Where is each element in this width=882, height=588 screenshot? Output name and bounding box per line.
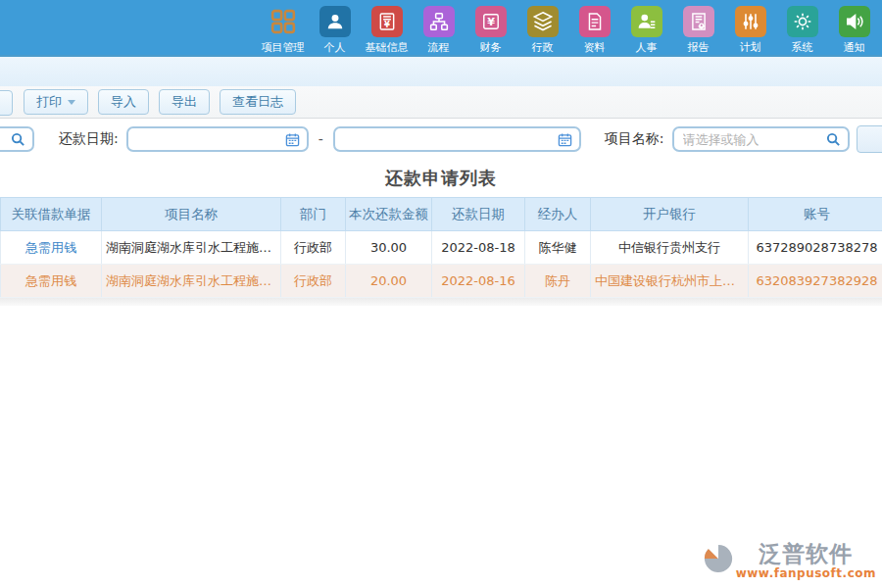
nav-item-finance[interactable]: ¥ 财务 bbox=[465, 6, 516, 55]
watermark-url: www.fanpusoft.com bbox=[736, 566, 876, 580]
sliders-icon bbox=[735, 6, 766, 37]
title-row: 还款申请列表 bbox=[0, 160, 882, 197]
project-name-input[interactable] bbox=[672, 126, 850, 152]
repay-date-cell: 2022-08-18 bbox=[432, 231, 525, 265]
nav-label: 报告 bbox=[688, 40, 710, 55]
nav-item-reports[interactable]: 报告 bbox=[672, 6, 724, 55]
partial-left-search-input[interactable] bbox=[0, 126, 34, 152]
nav-label: 项目管理 bbox=[262, 40, 305, 55]
loan-doc-link[interactable]: 急需用钱 bbox=[1, 231, 102, 265]
person-icon bbox=[319, 6, 351, 37]
department-cell: 行政部 bbox=[281, 265, 346, 298]
nav-label: 个人 bbox=[324, 40, 346, 55]
repay-date-cell: 2022-08-16 bbox=[432, 265, 525, 298]
filter-bar: 还款日期: - 项目名称: bbox=[0, 119, 882, 160]
nav-item-basic-info[interactable]: ¥ 基础信息 bbox=[361, 6, 413, 55]
report-icon bbox=[683, 6, 714, 37]
bank-cell: 中国建设银行杭州市上城... bbox=[591, 265, 749, 298]
date-range-separator: - bbox=[318, 131, 323, 147]
partial-right-button[interactable] bbox=[857, 125, 882, 153]
gear-icon bbox=[787, 6, 818, 37]
column-header[interactable]: 关联借款单据 bbox=[1, 198, 102, 231]
date-from-field[interactable] bbox=[135, 131, 285, 148]
date-from-input[interactable] bbox=[126, 126, 309, 152]
repayment-table: 关联借款单据 项目名称 部门 本次还款金额 还款日期 经办人 开户银行 账号 急… bbox=[0, 197, 882, 298]
import-button-label: 导入 bbox=[111, 93, 136, 111]
repay-date-label: 还款日期: bbox=[59, 130, 119, 148]
nav-label: 人事 bbox=[636, 40, 658, 55]
watermark-brand: 泛普软件 bbox=[759, 542, 853, 565]
nav-item-notifications[interactable]: 通知 bbox=[828, 6, 880, 55]
column-header[interactable]: 开户银行 bbox=[591, 198, 749, 231]
toolbar: 原 打印 导入 导出 查看日志 bbox=[0, 86, 882, 119]
nav-label: 通知 bbox=[844, 40, 865, 55]
column-header[interactable]: 经办人 bbox=[525, 198, 591, 231]
table-bottom-shadow bbox=[0, 298, 882, 306]
flowchart-icon bbox=[423, 6, 455, 37]
export-button[interactable]: 导出 bbox=[159, 89, 210, 115]
column-header[interactable]: 本次还款金额 bbox=[346, 198, 432, 231]
handler-cell: 陈丹 bbox=[525, 265, 591, 298]
table-row[interactable]: 急需用钱 湖南洞庭湖水库引水工程施工I标 行政部 30.00 2022-08-1… bbox=[1, 231, 882, 265]
layers-icon bbox=[527, 6, 559, 37]
date-to-field[interactable] bbox=[342, 131, 558, 148]
nav-item-personal[interactable]: 个人 bbox=[309, 6, 361, 55]
file-icon bbox=[579, 6, 611, 37]
nav-label: 财务 bbox=[480, 40, 502, 55]
table-header-row: 关联借款单据 项目名称 部门 本次还款金额 还款日期 经办人 开户银行 账号 bbox=[1, 198, 882, 231]
search-icon[interactable] bbox=[11, 132, 25, 147]
print-button-label: 打印 bbox=[36, 93, 62, 111]
amount-cell: 30.00 bbox=[346, 231, 432, 265]
document-yen-icon: ¥ bbox=[371, 6, 403, 37]
column-header[interactable]: 账号 bbox=[749, 198, 882, 231]
page-title: 还款申请列表 bbox=[385, 167, 497, 190]
person-list-icon bbox=[631, 6, 662, 37]
calendar-icon[interactable] bbox=[558, 132, 572, 147]
nav-label: 流程 bbox=[428, 40, 450, 55]
vendor-watermark: 泛普软件 www.fanpusoft.com bbox=[703, 542, 876, 580]
sub-header-strip bbox=[0, 55, 882, 86]
column-header[interactable]: 还款日期 bbox=[432, 198, 525, 231]
amount-cell: 20.00 bbox=[346, 265, 432, 298]
svg-text:¥: ¥ bbox=[487, 16, 495, 28]
top-nav: 项目管理 个人 ¥ 基础信息 流程 bbox=[0, 0, 882, 55]
nav-label: 资料 bbox=[584, 40, 606, 55]
handler-cell: 陈华健 bbox=[525, 231, 591, 265]
partial-search-field[interactable] bbox=[0, 131, 11, 148]
nav-item-administration[interactable]: 行政 bbox=[516, 6, 568, 55]
project-name-cell: 湖南洞庭湖水库引水工程施工I标 bbox=[102, 231, 281, 265]
chevron-down-icon bbox=[68, 100, 75, 105]
yen-box-icon: ¥ bbox=[475, 6, 507, 37]
export-button-label: 导出 bbox=[172, 93, 197, 111]
fanpu-logo-icon bbox=[703, 542, 734, 575]
grid-icon bbox=[268, 6, 299, 37]
nav-item-project-management[interactable]: 项目管理 bbox=[257, 6, 309, 55]
nav-label: 计划 bbox=[740, 40, 761, 55]
speaker-icon bbox=[839, 6, 870, 37]
column-header[interactable]: 部门 bbox=[281, 198, 346, 231]
loan-doc-link[interactable]: 急需用钱 bbox=[1, 265, 102, 298]
calendar-icon[interactable] bbox=[285, 132, 300, 147]
svg-text:¥: ¥ bbox=[384, 20, 390, 29]
account-cell: 637289028738278 bbox=[749, 231, 882, 265]
nav-item-hr[interactable]: 人事 bbox=[620, 6, 672, 55]
nav-label: 基础信息 bbox=[366, 40, 409, 55]
nav-item-system[interactable]: 系统 bbox=[776, 6, 828, 55]
partial-left-button[interactable]: 原 bbox=[0, 90, 13, 116]
nav-item-plans[interactable]: 计划 bbox=[724, 6, 776, 55]
search-icon[interactable] bbox=[826, 132, 841, 147]
table-row[interactable]: 急需用钱 湖南洞庭湖水库引水工程施工I标 行政部 20.00 2022-08-1… bbox=[1, 265, 882, 298]
date-to-input[interactable] bbox=[333, 126, 581, 152]
nav-label: 行政 bbox=[532, 40, 554, 55]
column-header[interactable]: 项目名称 bbox=[102, 198, 281, 231]
nav-item-workflow[interactable]: 流程 bbox=[413, 6, 465, 55]
nav-label: 系统 bbox=[792, 40, 813, 55]
print-button[interactable]: 打印 bbox=[24, 89, 88, 115]
bank-cell: 中信银行贵州支行 bbox=[591, 231, 749, 265]
nav-item-documents[interactable]: 资料 bbox=[568, 6, 620, 55]
view-log-button-label: 查看日志 bbox=[232, 93, 283, 111]
project-name-label: 项目名称: bbox=[605, 130, 664, 148]
project-name-field[interactable] bbox=[681, 131, 826, 148]
import-button[interactable]: 导入 bbox=[98, 89, 149, 115]
view-log-button[interactable]: 查看日志 bbox=[220, 89, 296, 115]
